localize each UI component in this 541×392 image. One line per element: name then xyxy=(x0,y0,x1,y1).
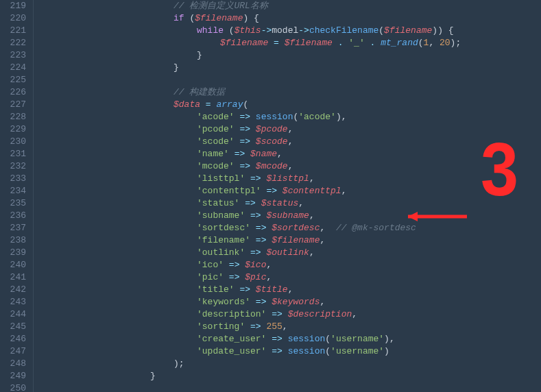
line-number: 222 xyxy=(4,37,26,49)
code-line[interactable]: // 构建数据 xyxy=(42,86,541,99)
code-line[interactable]: 'scode' => $scode, xyxy=(42,136,541,148)
token-var: $pcode xyxy=(256,124,288,134)
code-line[interactable]: 'acode' => session('acode'), xyxy=(42,111,541,123)
code-line[interactable]: 'name' => $name, xyxy=(42,148,541,160)
token-call: array xyxy=(216,99,243,110)
token-var: $status xyxy=(261,198,299,208)
token-pun: , xyxy=(309,247,315,258)
token-pun xyxy=(277,186,282,196)
code-area[interactable]: // 检测自定义URL名称if ($filename) {while ($thi… xyxy=(34,0,541,392)
code-line[interactable]: 'filename' => $filename, xyxy=(42,234,541,247)
token-op: => xyxy=(239,136,250,147)
token-cmt: // 构建数据 xyxy=(173,87,225,97)
token-pun: ( xyxy=(325,346,330,356)
token-op: => xyxy=(229,272,240,282)
code-line[interactable]: if ($filename) { xyxy=(42,12,541,25)
token-pun xyxy=(245,210,250,221)
token-pun: , xyxy=(320,297,325,307)
token-pun: ) xyxy=(384,346,389,356)
token-pun: , xyxy=(429,38,440,48)
token-pun: } xyxy=(150,371,156,381)
token-str: 'ico' xyxy=(197,260,224,270)
token-var: $filename xyxy=(285,38,333,48)
token-pun xyxy=(279,38,285,48)
line-number: 247 xyxy=(4,345,26,358)
token-pun: , xyxy=(288,136,293,147)
line-number: 227 xyxy=(4,99,26,111)
code-line[interactable]: } xyxy=(42,62,541,74)
line-number: 246 xyxy=(4,333,26,345)
code-line[interactable]: 'ico' => $ico, xyxy=(42,259,541,271)
code-line[interactable]: // 检测自定义URL名称 xyxy=(42,0,541,12)
line-number: 224 xyxy=(4,62,26,74)
code-line[interactable]: $filename = $filename . '_' . mt_rand(1,… xyxy=(42,37,541,49)
token-pun xyxy=(250,235,256,245)
token-pun: ( xyxy=(243,99,248,110)
token-pun: )) { xyxy=(432,25,453,36)
code-line[interactable] xyxy=(42,74,541,86)
token-op: => xyxy=(256,223,267,233)
code-line[interactable]: 'keywords' => $keywords, xyxy=(42,296,541,308)
line-number: 250 xyxy=(4,382,26,392)
code-line[interactable]: 'pcode' => $pcode, xyxy=(42,123,541,136)
token-str: 'acode' xyxy=(298,112,336,122)
token-op: = xyxy=(274,38,279,48)
token-pun xyxy=(250,297,256,307)
token-var: $sortdesc xyxy=(272,223,320,233)
token-str: 'mcode' xyxy=(197,161,235,171)
token-kw: while xyxy=(197,25,224,36)
code-line[interactable]: 'listtpl' => $listtpl, xyxy=(42,173,541,185)
code-line[interactable]: } xyxy=(42,370,541,382)
code-editor[interactable]: 2192202212222232242252262272282292302312… xyxy=(0,0,541,392)
line-number: 225 xyxy=(4,74,26,86)
code-line[interactable]: 'mcode' => $mcode, xyxy=(42,160,541,173)
token-op: . xyxy=(338,38,344,48)
token-op: => xyxy=(266,186,277,196)
token-var: $listtpl xyxy=(266,173,309,184)
code-line[interactable]: 'outlink' => $outlink, xyxy=(42,247,541,259)
token-var: $filename xyxy=(384,25,432,36)
code-line[interactable]: 'status' => $status, xyxy=(42,197,541,210)
line-number: 235 xyxy=(4,197,26,210)
token-str: 'acode' xyxy=(197,112,235,122)
line-number: 228 xyxy=(4,111,26,123)
code-line[interactable]: while ($this->model->checkFilename($file… xyxy=(42,25,541,37)
token-pun xyxy=(250,223,256,233)
code-line[interactable] xyxy=(42,382,541,392)
token-op: => xyxy=(256,297,267,307)
code-line[interactable]: } xyxy=(42,49,541,62)
code-line[interactable]: 'description' => $description, xyxy=(42,308,541,321)
code-line[interactable]: 'title' => $title, xyxy=(42,284,541,296)
token-pun: , xyxy=(352,309,357,319)
code-line[interactable]: 'sortdesc' => $sortdesc, // @mk-sortdesc xyxy=(42,222,541,234)
code-line[interactable]: 'create_user' => session('username'), xyxy=(42,333,541,345)
token-op: => xyxy=(250,321,261,332)
line-number: 229 xyxy=(4,123,26,136)
code-line[interactable]: 'sorting' => 255, xyxy=(42,321,541,333)
token-pun: ) { xyxy=(243,13,259,23)
token-pun: ); xyxy=(173,358,184,369)
code-line[interactable]: $data = array( xyxy=(42,99,541,111)
token-var: $data xyxy=(173,99,200,110)
token-pun xyxy=(250,112,256,122)
token-str: 'filename' xyxy=(197,235,250,245)
token-op: => xyxy=(272,309,282,319)
token-pun: } xyxy=(197,50,202,60)
line-number: 231 xyxy=(4,148,26,160)
token-call: mt_rand xyxy=(381,38,418,48)
token-var: $filename xyxy=(272,235,320,245)
token-str: 'username' xyxy=(330,334,384,344)
token-op: => xyxy=(239,284,250,295)
token-op: => xyxy=(250,210,261,221)
code-line[interactable]: ); xyxy=(42,358,541,370)
token-var: $contenttpl xyxy=(282,186,341,196)
token-pun: ( xyxy=(418,38,424,48)
token-kw: if xyxy=(173,13,184,23)
token-str: 'name' xyxy=(197,149,229,159)
code-line[interactable]: 'pic' => $pic, xyxy=(42,271,541,284)
code-line[interactable]: 'subname' => $subname, xyxy=(42,210,541,222)
code-line[interactable]: 'update_user' => session('username') xyxy=(42,345,541,358)
token-str: 'pcode' xyxy=(197,124,235,134)
code-line[interactable]: 'contenttpl' => $contenttpl, xyxy=(42,185,541,197)
token-pun: model xyxy=(272,25,298,36)
